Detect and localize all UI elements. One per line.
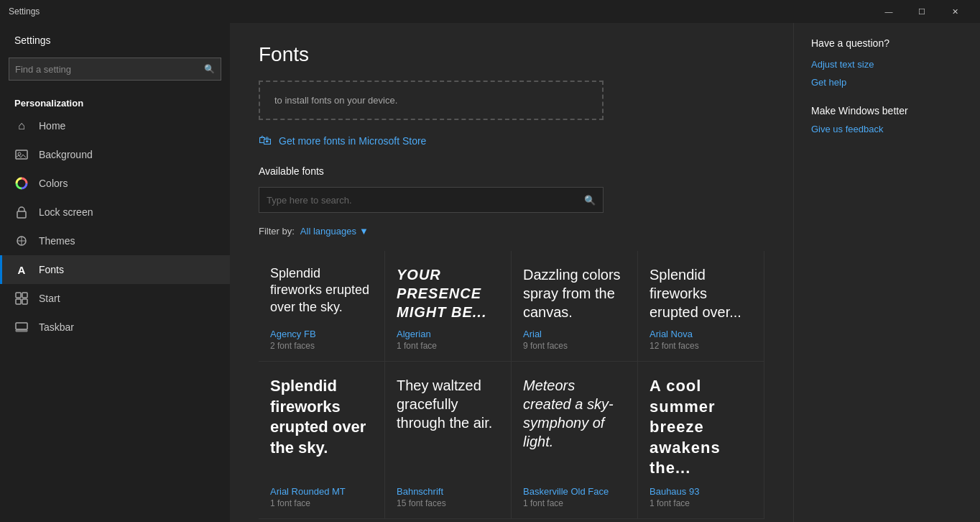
font-faces: 1 font face	[523, 498, 626, 508]
sidebar-app-title: Settings	[0, 23, 230, 52]
make-better-section: Make Windows better Give us feedback	[811, 105, 963, 134]
drag-drop-text: to install fonts on your device.	[274, 95, 397, 106]
sidebar-item-label: Home	[39, 120, 65, 132]
font-preview: YOUR PRESENCE MIGHT BE...	[397, 265, 499, 321]
font-name: Arial Nova	[650, 329, 752, 339]
sidebar-item-label: Start	[39, 293, 60, 304]
lock-icon	[14, 205, 29, 219]
page-title: Fonts	[259, 43, 764, 66]
make-better-title: Make Windows better	[811, 105, 963, 116]
sidebar-item-label: Colors	[39, 178, 68, 189]
help-title: Have a question?	[811, 37, 963, 49]
fonts-grid: Splendid fireworks erupted over the sky.…	[259, 251, 764, 519]
store-link-label: Get more fonts in Microsoft Store	[279, 135, 426, 147]
search-fonts-input[interactable]	[267, 195, 584, 206]
svg-rect-8	[22, 299, 27, 304]
svg-point-1	[18, 152, 21, 155]
font-name: Baskerville Old Face	[523, 486, 626, 497]
font-card[interactable]: Splendid fireworks erupted over the sky.…	[259, 362, 385, 519]
drag-drop-area[interactable]: to install fonts on your device.	[259, 81, 604, 120]
store-icon: 🛍	[259, 133, 272, 148]
svg-rect-5	[16, 293, 21, 298]
minimize-button[interactable]: —	[872, 0, 905, 23]
font-preview: Splendid fireworks erupted over the sky.	[270, 376, 373, 479]
font-faces: 12 font faces	[650, 341, 752, 351]
store-link[interactable]: 🛍 Get more fonts in Microsoft Store	[259, 133, 764, 148]
svg-rect-3	[17, 211, 26, 218]
sidebar-item-label: Lock screen	[39, 206, 93, 218]
fonts-icon: A	[14, 262, 29, 277]
font-card[interactable]: Splendid fireworks erupted over the sky.…	[259, 251, 385, 362]
maximize-button[interactable]: ☐	[905, 0, 938, 23]
sidebar-item-background[interactable]: Background	[0, 140, 230, 169]
search-icon[interactable]: 🔍	[204, 64, 215, 74]
sidebar-item-start[interactable]: Start	[0, 284, 230, 313]
svg-rect-6	[22, 293, 27, 298]
titlebar: Settings — ☐ ✕	[0, 0, 980, 23]
sidebar-item-label: Taskbar	[39, 321, 74, 333]
font-name: Bauhaus 93	[650, 486, 752, 497]
main-content: Fonts to install fonts on your device. 🛍…	[230, 23, 793, 522]
sidebar-item-fonts[interactable]: A Fonts	[0, 255, 230, 284]
font-faces: 1 font face	[397, 341, 499, 351]
sidebar-item-taskbar[interactable]: Taskbar	[0, 313, 230, 342]
font-preview: Dazzling colors spray from the canvas.	[523, 265, 626, 321]
font-preview: They waltzed gracefully through the air.	[397, 376, 499, 479]
font-preview: Splendid fireworks erupted over the sky.	[270, 265, 373, 321]
get-help-link[interactable]: Get help	[811, 77, 963, 88]
font-faces: 1 font face	[650, 498, 752, 508]
font-faces: 15 font faces	[397, 498, 499, 508]
filter-row: Filter by: All languages ▼	[259, 226, 764, 237]
search-fonts-box[interactable]: 🔍	[259, 187, 604, 213]
filter-dropdown[interactable]: All languages ▼	[300, 226, 369, 237]
search-box[interactable]: 🔍	[9, 58, 221, 81]
colors-icon	[14, 176, 29, 191]
font-faces: 1 font face	[270, 498, 373, 508]
sidebar-item-themes[interactable]: Themes	[0, 226, 230, 255]
font-name: Algerian	[397, 329, 499, 339]
filter-label: Filter by:	[259, 226, 295, 237]
font-name: Arial	[523, 329, 626, 339]
filter-value: All languages	[300, 226, 356, 237]
font-card[interactable]: A cool summer breeze awakens the... Bauh…	[638, 362, 764, 519]
font-card[interactable]: Splendid fireworks erupted over... Arial…	[638, 251, 764, 362]
font-faces: 2 font faces	[270, 341, 373, 351]
font-name: Bahnschrift	[397, 486, 499, 497]
font-name: Agency FB	[270, 329, 373, 339]
app-title: Settings	[9, 6, 872, 17]
window-controls: — ☐ ✕	[872, 0, 971, 23]
font-preview: A cool summer breeze awakens the...	[650, 376, 752, 479]
start-icon	[14, 291, 29, 306]
app-body: Settings 🔍 Personalization ⌂ Home Backgr…	[0, 23, 980, 522]
themes-icon	[14, 234, 29, 248]
font-preview: Splendid fireworks erupted over...	[650, 265, 752, 321]
sidebar-item-colors[interactable]: Colors	[0, 169, 230, 198]
taskbar-icon	[14, 320, 29, 334]
sidebar-item-label: Themes	[39, 235, 75, 247]
svg-rect-9	[16, 323, 27, 329]
background-icon	[14, 147, 29, 162]
sidebar-item-lock-screen[interactable]: Lock screen	[0, 198, 230, 226]
sidebar-item-label: Fonts	[39, 264, 64, 275]
font-name: Arial Rounded MT	[270, 486, 373, 497]
font-card[interactable]: Dazzling colors spray from the canvas. A…	[512, 251, 638, 362]
adjust-text-size-link[interactable]: Adjust text size	[811, 59, 963, 70]
svg-rect-7	[16, 299, 21, 304]
give-feedback-link[interactable]: Give us feedback	[811, 124, 963, 134]
svg-rect-10	[16, 330, 27, 331]
sidebar-item-label: Background	[39, 149, 93, 160]
sidebar: Settings 🔍 Personalization ⌂ Home Backgr…	[0, 23, 230, 522]
font-card[interactable]: Meteors created a sky-symphony of light.…	[512, 362, 638, 519]
close-button[interactable]: ✕	[938, 0, 971, 23]
personalization-label: Personalization	[0, 92, 230, 111]
search-fonts-icon: 🔍	[584, 195, 596, 206]
search-input[interactable]	[15, 64, 204, 75]
font-preview: Meteors created a sky-symphony of light.	[523, 376, 626, 479]
font-card[interactable]: YOUR PRESENCE MIGHT BE... Algerian 1 fon…	[385, 251, 512, 362]
available-fonts-label: Available fonts	[259, 165, 764, 177]
sidebar-item-home[interactable]: ⌂ Home	[0, 111, 230, 140]
font-faces: 9 font faces	[523, 341, 626, 351]
font-card[interactable]: They waltzed gracefully through the air.…	[385, 362, 512, 519]
right-panel: Have a question? Adjust text size Get he…	[793, 23, 980, 522]
chevron-down-icon: ▼	[359, 226, 369, 237]
